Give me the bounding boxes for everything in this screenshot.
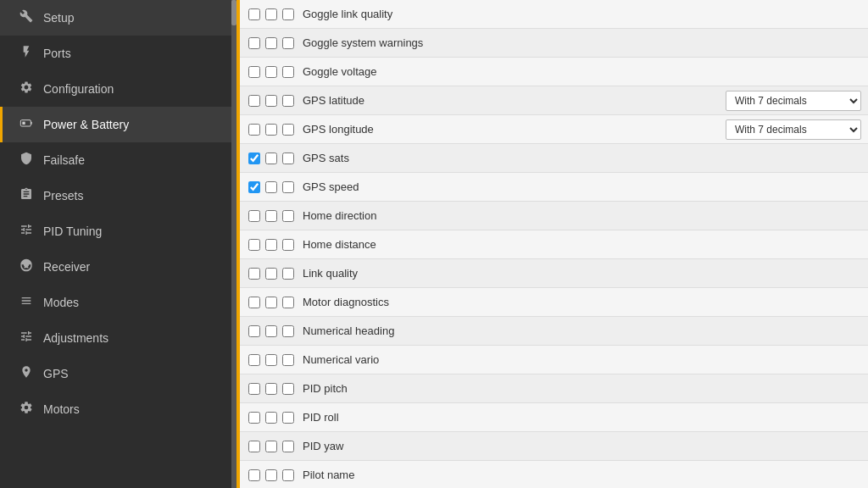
- checkbox-1[interactable]: [248, 37, 260, 49]
- checkbox-2[interactable]: [265, 66, 277, 78]
- sidebar-item-power-battery[interactable]: Power & Battery: [0, 107, 231, 142]
- checkbox-2[interactable]: [265, 210, 277, 222]
- checkbox-2[interactable]: [265, 354, 277, 366]
- checkbox-3[interactable]: [282, 181, 294, 193]
- checkbox-3[interactable]: [282, 8, 294, 20]
- checkbox-2[interactable]: [265, 383, 277, 395]
- checkbox-3[interactable]: [282, 297, 294, 308]
- setup-label: Setup: [43, 11, 75, 25]
- table-row: Numerical heading: [240, 317, 868, 346]
- row-checkboxes: [240, 36, 303, 51]
- checkbox-1[interactable]: [248, 8, 260, 20]
- checkbox-1[interactable]: [248, 469, 260, 481]
- checkbox-3[interactable]: [282, 239, 294, 251]
- receiver-icon: [18, 258, 35, 275]
- table-row: GPS speed: [240, 173, 868, 202]
- checkbox-1[interactable]: [248, 181, 260, 193]
- checkbox-1[interactable]: [248, 210, 260, 222]
- checkbox-2[interactable]: [265, 37, 277, 49]
- row-checkboxes: [240, 64, 303, 80]
- checkbox-1[interactable]: [248, 239, 260, 251]
- checkbox-1[interactable]: [248, 441, 260, 452]
- checkbox-1[interactable]: [248, 124, 260, 136]
- checkbox-3[interactable]: [282, 37, 294, 49]
- checkbox-2[interactable]: [265, 297, 277, 308]
- table-row: Goggle voltage: [240, 58, 868, 86]
- checkbox-2[interactable]: [265, 325, 277, 337]
- checkbox-3[interactable]: [282, 95, 294, 107]
- row-label: Motor diagnostics: [303, 291, 868, 313]
- checkbox-3[interactable]: [282, 268, 294, 280]
- sidebar-item-motors[interactable]: Motors: [0, 391, 231, 427]
- row-checkboxes: [240, 7, 303, 22]
- presets-icon: [18, 187, 35, 204]
- checkbox-2[interactable]: [265, 239, 277, 251]
- sidebar-item-presets[interactable]: Presets: [0, 178, 231, 214]
- checkbox-3[interactable]: [282, 124, 294, 136]
- checkbox-2[interactable]: [265, 152, 277, 164]
- checkbox-1[interactable]: [248, 95, 260, 107]
- checkbox-3[interactable]: [282, 325, 294, 337]
- scrollbar-thumb[interactable]: [231, 0, 236, 25]
- sidebar-scrollbar[interactable]: [231, 0, 236, 488]
- checkbox-2[interactable]: [265, 441, 277, 452]
- adjustments-label: Adjustments: [43, 331, 108, 345]
- sidebar-item-failsafe[interactable]: Failsafe: [0, 142, 231, 178]
- row-checkboxes: [240, 122, 303, 137]
- checkbox-3[interactable]: [282, 152, 294, 164]
- row-label: Goggle link quality: [303, 3, 868, 25]
- sidebar-item-gps[interactable]: GPS: [0, 356, 231, 391]
- configuration-icon: [18, 80, 35, 97]
- sidebar-item-receiver[interactable]: Receiver: [0, 249, 231, 285]
- checkbox-3[interactable]: [282, 383, 294, 395]
- checkbox-3[interactable]: [282, 354, 294, 366]
- checkbox-1[interactable]: [248, 66, 260, 78]
- checkbox-3[interactable]: [282, 441, 294, 452]
- table-row: Goggle system warnings: [240, 29, 868, 58]
- checkbox-2[interactable]: [265, 412, 277, 424]
- checkbox-1[interactable]: [248, 412, 260, 424]
- checkbox-1[interactable]: [248, 297, 260, 308]
- checkbox-2[interactable]: [265, 268, 277, 280]
- checkbox-3[interactable]: [282, 66, 294, 78]
- row-checkboxes: [240, 180, 303, 195]
- table-row: Home distance: [240, 230, 868, 259]
- checkbox-1[interactable]: [248, 152, 260, 164]
- table-row: Home direction: [240, 202, 868, 230]
- sidebar-item-pid-tuning[interactable]: PID Tuning: [0, 214, 231, 249]
- sidebar-item-setup[interactable]: Setup: [0, 0, 231, 36]
- checkbox-1[interactable]: [248, 383, 260, 395]
- table-row: Goggle link quality: [240, 0, 868, 29]
- checkbox-3[interactable]: [282, 469, 294, 481]
- row-checkboxes: [240, 208, 303, 224]
- row-label: Link quality: [303, 262, 868, 285]
- motors-label: Motors: [43, 402, 80, 416]
- checkbox-3[interactable]: [282, 210, 294, 222]
- row-checkboxes: [240, 381, 303, 396]
- svg-rect-1: [31, 122, 31, 125]
- power-battery-icon: [18, 116, 35, 133]
- checkbox-1[interactable]: [248, 268, 260, 280]
- checkbox-1[interactable]: [248, 354, 260, 366]
- row-checkboxes: [240, 410, 303, 425]
- row-checkboxes: [240, 93, 303, 108]
- checkbox-2[interactable]: [265, 8, 277, 20]
- checkbox-3[interactable]: [282, 412, 294, 424]
- sidebar-item-modes[interactable]: Modes: [0, 285, 231, 320]
- row-label: PID yaw: [303, 435, 868, 458]
- sidebar: Setup Ports Configuration Power & Batter…: [0, 0, 231, 488]
- checkbox-2[interactable]: [265, 181, 277, 193]
- row-checkboxes: [240, 324, 303, 339]
- checkbox-2[interactable]: [265, 469, 277, 481]
- checkbox-1[interactable]: [248, 325, 260, 337]
- checkbox-2[interactable]: [265, 124, 277, 136]
- row-select[interactable]: With 7 decimalsWith 3 decimalsWithout de…: [726, 91, 861, 111]
- row-label: GPS speed: [303, 175, 868, 198]
- checkbox-2[interactable]: [265, 95, 277, 107]
- sidebar-item-adjustments[interactable]: Adjustments: [0, 320, 231, 356]
- pid-tuning-label: PID Tuning: [43, 225, 102, 238]
- sidebar-item-configuration[interactable]: Configuration: [0, 71, 231, 107]
- sidebar-item-ports[interactable]: Ports: [0, 36, 231, 71]
- row-select[interactable]: With 7 decimalsWith 3 decimalsWithout de…: [726, 119, 861, 140]
- row-label: GPS longitude: [303, 118, 719, 141]
